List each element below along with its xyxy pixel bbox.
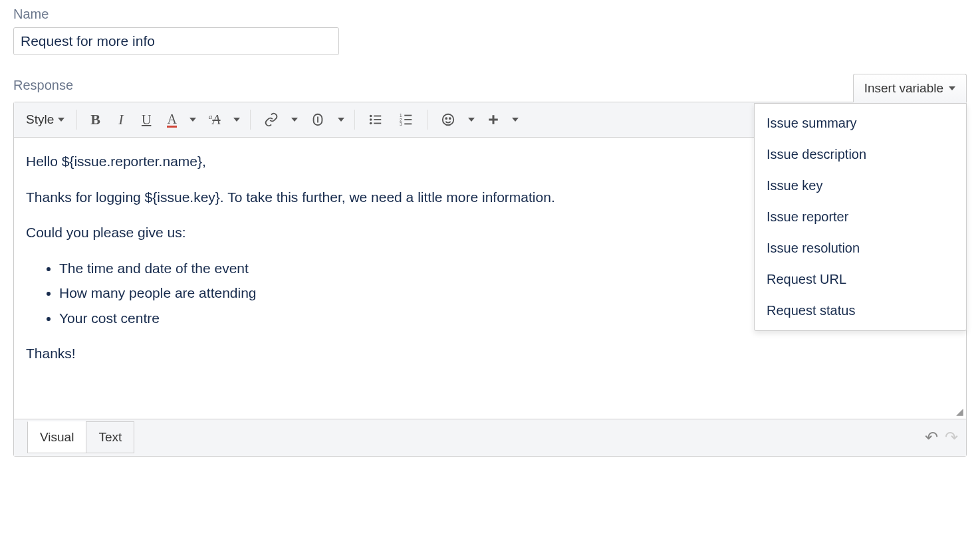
style-dropdown[interactable]: Style	[21, 108, 70, 132]
plus-icon	[487, 114, 499, 126]
dropdown-item-issue-reporter[interactable]: Issue reporter	[755, 201, 966, 233]
svg-point-14	[442, 114, 453, 126]
insert-more-caret[interactable]	[509, 108, 522, 132]
dropdown-item-request-status[interactable]: Request status	[755, 295, 966, 326]
text-color-button[interactable]: A	[160, 108, 183, 132]
style-label: Style	[26, 112, 54, 127]
attachment-button[interactable]	[304, 108, 332, 132]
resize-handle[interactable]: ◢	[956, 407, 963, 416]
svg-point-4	[369, 118, 372, 121]
bold-icon: B	[90, 111, 100, 128]
dropdown-item-issue-description[interactable]: Issue description	[755, 139, 966, 170]
chevron-down-icon	[949, 86, 955, 90]
chevron-down-icon	[233, 118, 240, 122]
svg-rect-7	[374, 123, 381, 124]
svg-text:3: 3	[399, 122, 402, 126]
clear-formatting-more-button[interactable]	[230, 108, 243, 132]
svg-point-2	[369, 115, 372, 118]
chevron-down-icon	[58, 118, 64, 122]
chevron-down-icon	[468, 118, 475, 122]
chevron-down-icon	[338, 118, 344, 122]
editor-paragraph: Thanks!	[26, 343, 954, 364]
chevron-down-icon	[189, 118, 196, 122]
svg-rect-5	[374, 119, 381, 120]
text-color-more-button[interactable]	[186, 108, 199, 132]
clear-formatting-icon: aA	[209, 112, 221, 128]
svg-rect-18	[489, 119, 498, 121]
underline-icon: U	[142, 112, 151, 128]
tab-text[interactable]: Text	[86, 421, 134, 453]
svg-rect-11	[404, 119, 412, 120]
chevron-down-icon	[291, 118, 298, 122]
toolbar-separator	[76, 110, 77, 130]
attachment-icon	[310, 112, 325, 127]
attachment-more-button[interactable]	[334, 108, 348, 132]
bullet-list-button[interactable]	[362, 108, 390, 132]
bullet-list-icon	[368, 112, 383, 127]
underline-button[interactable]: U	[135, 108, 158, 132]
link-button[interactable]	[257, 108, 285, 132]
insert-variable-dropdown: Issue summary Issue description Issue ke…	[754, 103, 967, 331]
dropdown-item-request-url[interactable]: Request URL	[755, 264, 966, 295]
clear-formatting-button[interactable]: aA	[202, 108, 227, 132]
numbered-list-button[interactable]: 123	[392, 108, 420, 132]
svg-point-16	[449, 118, 450, 119]
emoji-button[interactable]	[434, 108, 462, 132]
tab-visual[interactable]: Visual	[27, 421, 86, 453]
undo-icon: ↶	[925, 428, 938, 446]
insert-variable-button[interactable]: Insert variable	[853, 74, 967, 102]
insert-variable-label: Insert variable	[864, 81, 943, 96]
response-label: Response	[13, 78, 73, 93]
toolbar-separator	[427, 110, 428, 130]
emoji-icon	[441, 112, 455, 127]
numbered-list-icon: 123	[399, 112, 414, 127]
redo-icon: ↷	[945, 428, 958, 446]
italic-button[interactable]: I	[110, 108, 132, 132]
svg-point-6	[369, 122, 372, 125]
italic-icon: I	[118, 111, 123, 128]
emoji-more-button[interactable]	[465, 108, 478, 132]
toolbar-separator	[250, 110, 251, 130]
dropdown-item-issue-key[interactable]: Issue key	[755, 170, 966, 201]
svg-rect-13	[404, 124, 412, 125]
chevron-down-icon	[512, 118, 519, 122]
link-more-button[interactable]	[288, 108, 301, 132]
text-color-icon: A	[167, 112, 176, 128]
name-input[interactable]	[13, 27, 339, 55]
name-label: Name	[13, 7, 967, 22]
undo-button[interactable]: ↶	[925, 428, 938, 447]
svg-rect-3	[374, 116, 381, 117]
editor-footer: Visual Text ↶ ↷	[14, 419, 966, 456]
svg-point-15	[445, 118, 447, 119]
link-icon	[264, 112, 279, 127]
dropdown-item-issue-summary[interactable]: Issue summary	[755, 108, 966, 139]
insert-more-button[interactable]	[481, 108, 506, 132]
toolbar-separator	[354, 110, 355, 130]
bold-button[interactable]: B	[84, 108, 107, 132]
dropdown-item-issue-resolution[interactable]: Issue resolution	[755, 233, 966, 264]
svg-rect-9	[404, 115, 412, 116]
redo-button[interactable]: ↷	[945, 428, 958, 447]
